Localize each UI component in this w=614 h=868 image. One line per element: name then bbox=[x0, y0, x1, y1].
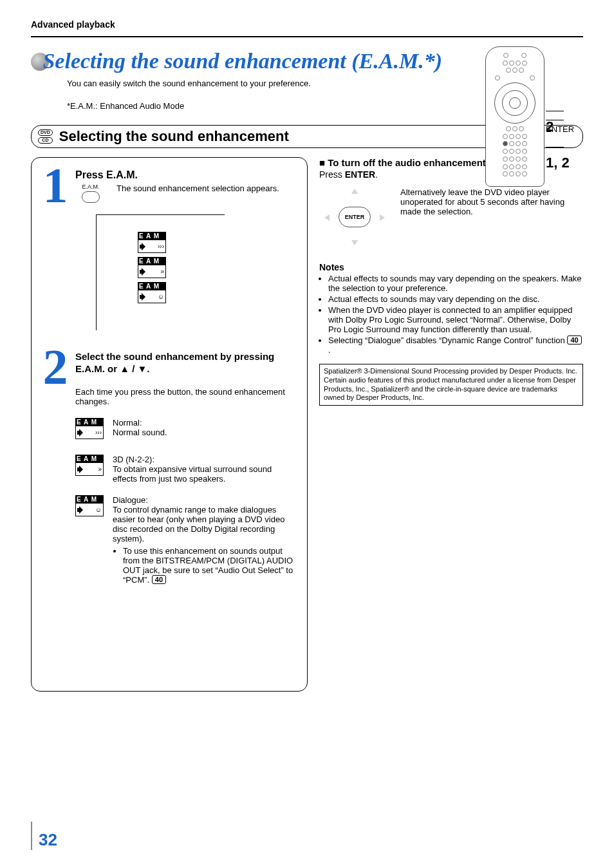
enter-alt-text: Alternatively leave the DVD video player… bbox=[400, 187, 583, 216]
note-item: Actual effects to sounds may vary depend… bbox=[328, 274, 583, 293]
disc-dvd-badge: DVD bbox=[38, 129, 53, 136]
step-2-heading: Select the sound enhancement by pressing… bbox=[75, 347, 298, 375]
turnoff-sub-pre: Press bbox=[319, 169, 345, 180]
notes-heading: Notes bbox=[319, 262, 583, 272]
mode-bullet-text: To use this enhancement on sounds output… bbox=[123, 546, 293, 585]
remote-callout-12: 1, 2 bbox=[546, 138, 575, 171]
remote-callout-12-text: 1, 2 bbox=[546, 155, 570, 171]
right-column: ■ To turn off the audio enhancement sele… bbox=[319, 157, 583, 692]
eam-icon-label: E A M bbox=[75, 418, 104, 426]
note-item: Selecting “Dialogue” disables “Dynamic R… bbox=[328, 335, 583, 355]
eam-mode-icon: E A M ☺ bbox=[138, 282, 166, 303]
eam-mode-icon: E A M ☺ bbox=[75, 495, 104, 581]
step-1-number: 1 bbox=[41, 165, 70, 205]
remote-diagram: 2 ENTER 1, 2 bbox=[485, 46, 575, 187]
eam-icon-label: E A M bbox=[75, 495, 104, 504]
eam-button-label: E.A.M. bbox=[73, 184, 109, 190]
page-ref: 40 bbox=[152, 575, 166, 584]
mode-title: 3D (N-2-2): bbox=[113, 455, 298, 464]
step-2: 2 Select the sound enhancement by pressi… bbox=[41, 347, 298, 585]
eam-icon-label: E A M bbox=[75, 455, 104, 463]
eam-mode-icon: E A M » bbox=[138, 257, 166, 278]
enter-button-icon: ENTER bbox=[339, 207, 371, 227]
eam-mode-icon: E A M » bbox=[75, 455, 104, 480]
eam-mode-icon: E A M ››› bbox=[138, 232, 166, 253]
legal-box: Spatializer® 3-Dimensional Sound Process… bbox=[319, 364, 583, 406]
turnoff-sub-bold: ENTER bbox=[345, 169, 375, 180]
eam-icon-label: E A M bbox=[138, 282, 166, 290]
eam-icon-label: E A M bbox=[138, 232, 166, 240]
disc-cd-badge: CD bbox=[38, 137, 53, 144]
page-title: Selecting the sound enhancement (E.A.M.*… bbox=[42, 49, 442, 73]
step-1-heading: Press E.A.M. bbox=[75, 165, 298, 181]
eam-icon-label: E A M bbox=[138, 257, 166, 265]
arrowpad-icon: ENTER bbox=[319, 187, 390, 247]
step-2-text: Each time you press the button, the soun… bbox=[75, 387, 298, 406]
mode-row-normal: E A M ››› Normal: Normal sound. bbox=[75, 418, 298, 443]
section-header: Advanced playback bbox=[31, 19, 583, 30]
divider bbox=[31, 36, 583, 37]
step-1-text: The sound enhancement selection appears. bbox=[116, 184, 298, 203]
osd-preview: E A M ››› E A M » E A M ☺ bbox=[96, 214, 225, 330]
step-2-number: 2 bbox=[41, 347, 70, 387]
mode-bullet: To use this enhancement on sounds output… bbox=[123, 546, 298, 585]
note-item: Actual effects to sounds may vary depend… bbox=[328, 294, 583, 304]
step-1: 1 Press E.A.M. E.A.M. The sound enhancem… bbox=[41, 165, 298, 330]
mode-title: Normal: bbox=[113, 418, 298, 428]
note-item: When the DVD video player is connected t… bbox=[328, 305, 583, 334]
notes-list: Actual effects to sounds may vary depend… bbox=[319, 274, 583, 355]
remote-callout-enter-text: ENTER bbox=[546, 124, 574, 134]
remote-body-icon bbox=[485, 46, 544, 187]
page-number: 32 bbox=[31, 822, 57, 850]
mode-desc: To obtain expansive virtual surround sou… bbox=[113, 464, 298, 484]
remote-callout-enter: ENTER bbox=[546, 115, 575, 134]
mode-desc: Normal sound. bbox=[113, 428, 298, 437]
page-ref: 40 bbox=[567, 335, 581, 344]
eam-button-icon: E.A.M. bbox=[73, 184, 109, 203]
eam-mode-icon: E A M ››› bbox=[75, 418, 104, 439]
note-dialogue-text: Selecting “Dialogue” disables “Dynamic R… bbox=[328, 335, 567, 345]
mode-row-dialogue: E A M ☺ Dialogue: To control dynamic ran… bbox=[75, 495, 298, 585]
section-bar-title: Selecting the sound enhancement bbox=[59, 128, 289, 145]
mode-title: Dialogue: bbox=[113, 495, 298, 505]
mode-desc: To control dynamic range to make dialogu… bbox=[113, 505, 298, 543]
navpad-icon bbox=[494, 82, 535, 124]
steps-box: 1 Press E.A.M. E.A.M. The sound enhancem… bbox=[31, 157, 308, 692]
mode-row-3d: E A M » 3D (N-2-2): To obtain expansive … bbox=[75, 455, 298, 484]
